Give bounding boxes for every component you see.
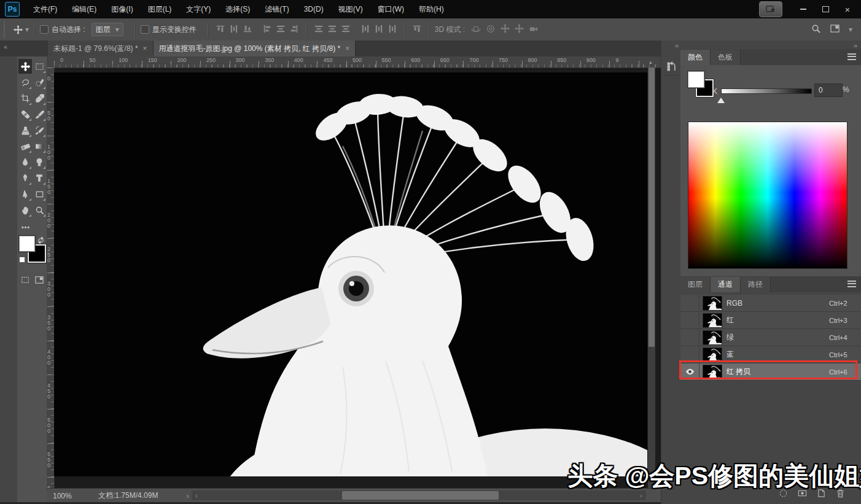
history-panel-button[interactable] [664, 58, 679, 76]
distribute-bottom-button[interactable] [341, 25, 350, 35]
3d-roll-button[interactable] [486, 24, 496, 36]
channel-row-green[interactable]: 绿 Ctrl+4 [680, 329, 861, 346]
screen-mode-toggle[interactable] [33, 273, 46, 287]
menu-type[interactable]: 文字(Y) [179, 0, 218, 18]
menu-select[interactable]: 选择(S) [218, 0, 257, 18]
move-tool-preset-icon[interactable]: ▾ [14, 25, 29, 34]
channel-thumbnail[interactable] [703, 348, 722, 362]
color-spectrum-picker[interactable] [688, 122, 847, 269]
eraser-tool[interactable] [18, 139, 32, 153]
menu-view[interactable]: 视图(V) [331, 0, 370, 18]
tab-channels[interactable]: 通道 [711, 277, 741, 292]
quick-selection-tool[interactable] [33, 75, 46, 90]
eyedropper-tool[interactable] [33, 91, 46, 106]
3d-orbit-button[interactable] [471, 24, 481, 36]
menu-file[interactable]: 文件(F) [26, 0, 64, 18]
panel-menu-icon[interactable] [847, 281, 856, 287]
workspace-switcher-icon[interactable] [830, 24, 840, 35]
lasso-tool[interactable] [18, 75, 32, 90]
hand-tool[interactable] [18, 203, 32, 217]
scroll-up-icon[interactable]: ▴ [649, 59, 652, 65]
close-button[interactable]: × [838, 2, 857, 16]
k-slider-thumb[interactable] [717, 94, 725, 103]
channel-row-red[interactable]: 红 Ctrl+3 [680, 312, 861, 329]
show-transform-checkbox[interactable] [141, 25, 149, 34]
status-expand-icon[interactable]: › [186, 492, 189, 500]
auto-select-dropdown[interactable]: 图层 ▾ [92, 23, 123, 36]
distribute-left-button[interactable] [361, 25, 370, 35]
distribute-right-button[interactable] [388, 25, 397, 35]
distribute-vcenter-button[interactable] [328, 25, 337, 35]
channel-thumbnail[interactable] [703, 314, 722, 327]
menu-3d[interactable]: 3D(D) [297, 0, 331, 18]
screen-mode-button[interactable] [759, 1, 782, 17]
menu-edit[interactable]: 编辑(E) [64, 0, 104, 18]
align-left-button[interactable] [263, 25, 271, 35]
visibility-toggle[interactable] [680, 329, 699, 346]
horizontal-scrollbar-thumb[interactable] [342, 491, 499, 500]
maximize-button[interactable] [816, 2, 835, 16]
marquee-tool[interactable] [33, 59, 46, 74]
document-image[interactable] [54, 72, 647, 476]
align-top-button[interactable] [216, 25, 225, 35]
search-icon[interactable] [811, 24, 820, 35]
align-right-button[interactable] [290, 25, 298, 35]
channel-thumbnail[interactable] [703, 331, 722, 344]
foreground-color-swatch[interactable] [19, 236, 35, 252]
align-bottom-button[interactable] [243, 25, 252, 35]
visibility-toggle[interactable] [680, 312, 699, 328]
3d-slide-button[interactable] [515, 24, 524, 35]
auto-select-checkbox[interactable] [40, 25, 49, 34]
ruler-horizontal[interactable]: 0501001502002503003504004505005506006507… [54, 56, 661, 68]
tab-color[interactable]: 颜色 [680, 50, 711, 65]
gradient-tool[interactable] [33, 139, 46, 153]
history-brush-tool[interactable] [33, 123, 46, 138]
panel-menu-icon[interactable] [847, 53, 856, 60]
distribute-hcenter-button[interactable] [375, 25, 383, 35]
rectangle-tool[interactable] [33, 187, 46, 201]
minimize-button[interactable] [793, 2, 813, 16]
toolbar-collapse-icon[interactable]: « [4, 43, 6, 50]
k-slider[interactable] [721, 88, 812, 94]
move-tool[interactable] [18, 59, 32, 74]
panel-grip[interactable] [4, 21, 10, 37]
visibility-toggle[interactable] [680, 295, 699, 311]
distribute-top-button[interactable] [314, 25, 323, 35]
path-selection-tool[interactable] [18, 187, 32, 201]
channel-thumbnail[interactable] [703, 297, 722, 310]
3d-camera-button[interactable] [529, 25, 539, 35]
menu-window[interactable]: 窗口(W) [370, 0, 411, 18]
document-tab-untitled[interactable]: 未标题-1 @ 79.6%(蓝/8) * × [48, 41, 154, 56]
menu-filter[interactable]: 滤镜(T) [257, 0, 296, 18]
collapse-dock-icon[interactable]: » [854, 42, 857, 49]
tab-swatches[interactable]: 色板 [711, 50, 741, 65]
align-hcenter-button[interactable] [276, 25, 285, 35]
vertical-scrollbar-thumb[interactable] [649, 68, 655, 347]
default-colors-icon[interactable] [19, 257, 25, 263]
type-tool[interactable] [33, 171, 46, 185]
channel-row-rgb[interactable]: RGB Ctrl+2 [680, 295, 861, 312]
pen-tool[interactable] [18, 171, 32, 185]
k-value-field[interactable]: 0 [814, 83, 843, 97]
close-tab-icon[interactable]: × [143, 44, 147, 53]
menu-image[interactable]: 图像(I) [104, 0, 140, 18]
zoom-level[interactable]: 100% [53, 492, 85, 500]
brush-tool[interactable] [33, 107, 46, 122]
scroll-left-icon[interactable]: ‹ [192, 492, 201, 499]
healing-brush-tool[interactable] [18, 107, 32, 122]
clone-stamp-tool[interactable] [18, 123, 32, 138]
vertical-scrollbar[interactable]: ▴ [648, 68, 655, 488]
dodge-tool[interactable] [33, 155, 46, 169]
close-tab-icon[interactable]: × [345, 44, 349, 53]
edit-toolbar-ellipsis[interactable] [18, 220, 32, 235]
tab-layers[interactable]: 图层 [680, 277, 711, 292]
menu-layer[interactable]: 图层(L) [141, 0, 179, 18]
tab-paths[interactable]: 路径 [741, 277, 771, 292]
quick-mask-button[interactable] [18, 273, 32, 287]
distribute-spacing-button[interactable] [413, 25, 421, 35]
chevron-down-icon[interactable]: ▾ [849, 25, 852, 34]
zoom-tool[interactable] [33, 203, 46, 217]
crop-tool[interactable] [18, 91, 32, 106]
foreground-color-swatch[interactable] [688, 71, 704, 88]
expand-dock-icon[interactable]: « [675, 42, 679, 49]
